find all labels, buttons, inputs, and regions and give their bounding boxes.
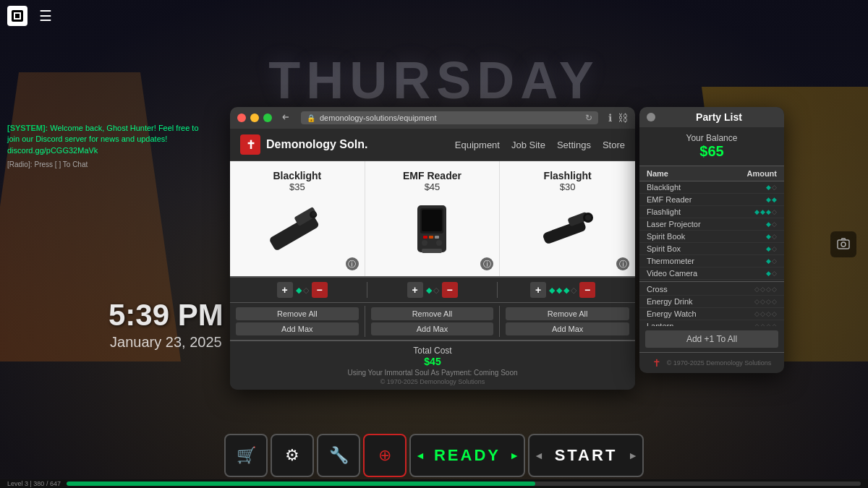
browser-actions: ℹ ⛓ [608, 112, 628, 124]
party-item: Spirit Box◆◇ [639, 243, 784, 255]
action-buttons: Remove All Add Max Remove All Add Max Re… [230, 303, 635, 341]
party-item-count: ◆◇ [766, 221, 777, 228]
diamond-filled: ◆ [766, 208, 771, 215]
blacklight-actions: Remove All Add Max [230, 306, 365, 337]
party-item-count: ◆◆◆◇ [754, 208, 777, 215]
party-item-name: Video Camera [647, 269, 766, 278]
emf-add-max-btn[interactable]: Add Max [371, 322, 494, 335]
party-traffic-light [647, 113, 655, 121]
diamond-empty: ◇ [760, 322, 765, 326]
ready-btn[interactable]: READY [409, 434, 525, 477]
flashlight-add-max-btn[interactable]: Add Max [506, 322, 629, 335]
screenshot-btn[interactable] [830, 231, 856, 257]
emf-remove-btn[interactable]: − [442, 282, 458, 298]
blacklight-price: $35 [289, 181, 305, 192]
svg-point-14 [436, 240, 442, 246]
diamond-empty: ◇ [766, 310, 771, 317]
party-item: Video Camera◆◇ [639, 267, 784, 280]
browser-back-btn[interactable] [281, 112, 291, 124]
party-item: Spirit Book◆◇ [639, 231, 784, 243]
blacklight-remove-btn[interactable]: − [312, 282, 328, 298]
diamond-filled: ◆ [766, 184, 771, 191]
radio-label: [Radio]: [7, 160, 32, 168]
diamond-empty: ◇ [772, 208, 777, 215]
svg-point-13 [422, 240, 427, 246]
balance-amount: $65 [645, 143, 778, 160]
nav-settings[interactable]: Settings [557, 140, 591, 150]
party-item-count: ◇◇◇◇ [754, 298, 777, 305]
diamond-empty: ◇ [772, 270, 777, 277]
party-item-name: Thermometer [647, 257, 766, 265]
party-item-count: ◇◇◇◇ [754, 322, 777, 326]
equipment-card-blacklight: Blacklight $35 ⓘ [230, 161, 365, 276]
blacklight-image [254, 198, 341, 263]
clock-area: 5:39 PM January 23, 2025 [109, 298, 224, 351]
gear-icon: ⚙ [285, 446, 299, 465]
wrench-icon: 🔧 [329, 446, 349, 465]
flashlight-add-btn[interactable]: + [530, 282, 546, 298]
info-btn[interactable]: ℹ [608, 112, 612, 124]
browser-footer: Total Cost $45 Using Your Immortal Soul … [230, 341, 635, 390]
diamond-empty: ◇ [772, 221, 777, 228]
diamond-filled: ◆ [754, 208, 760, 215]
emf-remove-all-btn[interactable]: Remove All [371, 307, 494, 320]
nav-store[interactable]: Store [603, 140, 625, 150]
party-item-name: Lantern [647, 322, 754, 326]
share-btn[interactable]: ⛓ [618, 112, 628, 124]
emf-qty-col: + ◆ ◇ − [367, 282, 498, 298]
emf-name: EMF Reader [403, 170, 461, 181]
party-item-count: ◇◇◇◇ [754, 286, 777, 293]
diamond-filled: ◆ [766, 257, 771, 265]
diamond-empty: ◇ [754, 310, 760, 317]
party-list-header: Name Amount [639, 166, 784, 181]
app-logo: ✝ [240, 134, 260, 155]
add-all-btn[interactable]: Add +1 To All [645, 330, 778, 348]
tl-close[interactable] [237, 114, 246, 122]
svg-rect-15 [422, 249, 442, 253]
party-item-name: Energy Watch [647, 309, 754, 318]
footer-note: Using Your Immortal Soul As Payment: Com… [234, 369, 631, 377]
settings-btn[interactable]: ⚙ [271, 434, 314, 477]
hamburger-icon[interactable]: ☰ [39, 7, 52, 25]
emf-info-btn[interactable]: ⓘ [480, 257, 493, 270]
party-footer: ✝ © 1970-2025 Demonology Solutions [639, 352, 784, 373]
nav-equipment[interactable]: Equipment [455, 140, 500, 150]
bl-d1: ◆ [296, 286, 302, 295]
svg-point-6 [312, 212, 316, 216]
party-item: Energy Watch◇◇◇◇ [639, 308, 784, 320]
party-divider [639, 281, 784, 282]
reload-icon[interactable]: ↻ [585, 113, 592, 123]
wrench-btn[interactable]: 🔧 [317, 434, 360, 477]
flashlight-actions: Remove All Add Max [500, 306, 635, 337]
flashlight-remove-btn[interactable]: − [579, 282, 595, 298]
flashlight-price: $30 [560, 181, 576, 192]
tl-minimize[interactable] [250, 114, 259, 122]
blacklight-add-max-btn[interactable]: Add Max [236, 322, 359, 335]
blacklight-remove-all-btn[interactable]: Remove All [236, 307, 359, 320]
flashlight-info-btn[interactable]: ⓘ [616, 257, 629, 270]
party-item-count: ◇◇◇◇ [754, 310, 777, 317]
nav-jobsite[interactable]: Job Site [511, 140, 545, 150]
party-item-count: ◆◇ [766, 245, 777, 252]
start-btn[interactable]: START [528, 434, 644, 477]
emf-d2: ◇ [433, 286, 439, 295]
emf-add-btn[interactable]: + [407, 282, 423, 298]
party-item: Thermometer◆◇ [639, 255, 784, 267]
svg-rect-2 [15, 14, 20, 18]
emf-actions: Remove All Add Max [365, 306, 501, 337]
blacklight-info-btn[interactable]: ⓘ [346, 257, 359, 270]
roblox-logo[interactable] [7, 6, 27, 26]
emf-price: $45 [425, 181, 441, 192]
flashlight-remove-all-btn[interactable]: Remove All [506, 307, 629, 320]
party-item-count: ◆◇ [766, 270, 777, 277]
diamond-empty: ◇ [772, 286, 777, 293]
target-btn[interactable]: ⊕ [363, 434, 407, 477]
blacklight-add-btn[interactable]: + [277, 282, 293, 298]
party-item: Cross◇◇◇◇ [639, 283, 784, 296]
tl-maximize[interactable] [263, 114, 272, 122]
party-name-col-header: Name [647, 169, 746, 178]
url-bar: 🔒 demonology-solutions/equipment ↻ [301, 111, 598, 124]
diamond-empty: ◇ [760, 298, 765, 305]
blacklight-name: Blacklight [273, 170, 321, 181]
cart-btn[interactable]: 🛒 [224, 434, 268, 477]
